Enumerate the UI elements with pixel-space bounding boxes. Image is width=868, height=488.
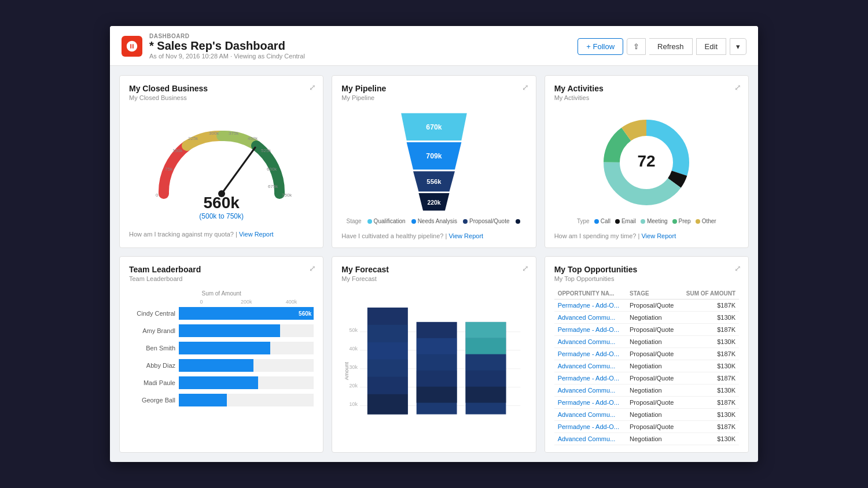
- axis-tick-400: 400k: [269, 299, 314, 305]
- svg-rect-55: [466, 371, 506, 387]
- closed-business-title: My Closed Business: [129, 84, 314, 93]
- svg-text:0: 0: [156, 193, 159, 198]
- legend-call: Call: [594, 218, 610, 224]
- table-row: Permadyne - Add-O... Proposal/Quote $187…: [554, 300, 739, 312]
- app-icon: [122, 36, 142, 57]
- opp-name-9[interactable]: Advanced Commu...: [554, 409, 626, 421]
- pipeline-subtitle: My Pipeline: [341, 94, 526, 101]
- opp-name-3[interactable]: Advanced Commu...: [554, 336, 626, 348]
- dropdown-button[interactable]: ▾: [730, 38, 746, 55]
- opp-amount-1: $130K: [680, 312, 739, 324]
- forecast-card: My Forecast My Forecast ⤢ 10k 20k 30k 40…: [332, 256, 536, 453]
- pipeline-view-report[interactable]: View Report: [448, 232, 483, 239]
- other-act-dot: [696, 219, 700, 224]
- leaderboard-bar-row: George Ball: [129, 394, 314, 406]
- bar-track-0: 560k: [179, 307, 314, 320]
- forecast-title: My Forecast: [341, 265, 526, 274]
- opportunities-card: My Top Opportunities My Top Opportunitie…: [545, 256, 749, 453]
- opp-name-1[interactable]: Advanced Commu...: [554, 312, 626, 324]
- opp-name-10[interactable]: Permadyne - Add-O...: [554, 421, 626, 433]
- opp-amount-4: $187K: [680, 348, 739, 360]
- bar-track-3: [179, 359, 314, 372]
- type-label: Type: [577, 218, 590, 224]
- svg-rect-53: [466, 338, 506, 354]
- opp-name-7[interactable]: Advanced Commu...: [554, 385, 626, 397]
- bar-fill-1: [179, 324, 280, 337]
- svg-text:150k: 150k: [172, 148, 183, 153]
- legend-prep: Prep: [672, 218, 691, 224]
- closed-business-view-report[interactable]: View Report: [239, 231, 274, 238]
- follow-button[interactable]: + Follow: [578, 38, 623, 55]
- table-row: Permadyne - Add-O... Proposal/Quote $187…: [554, 324, 739, 336]
- pipeline-card: My Pipeline My Pipeline ⤢ 670k 709k 556k: [332, 75, 536, 248]
- svg-text:375k: 375k: [229, 131, 239, 136]
- leaderboard-expand[interactable]: ⤢: [309, 264, 316, 273]
- share-button[interactable]: ⇧: [627, 38, 646, 55]
- opp-name-2[interactable]: Permadyne - Add-O...: [554, 324, 626, 336]
- bar-label-1: Amy Brandl: [129, 327, 175, 334]
- opp-amount-7: $130K: [680, 385, 739, 397]
- gauge-value: 560k: [204, 194, 240, 212]
- bar-label-5: George Ball: [129, 397, 175, 404]
- gauge-chart: 0 75k 150k 225k 300k 375k 450k 525k 600k…: [141, 113, 303, 199]
- pipeline-expand[interactable]: ⤢: [522, 83, 529, 92]
- opp-stage-5: Negotiation: [626, 360, 680, 372]
- activities-expand[interactable]: ⤢: [734, 83, 741, 92]
- bar-label-4: Madi Paule: [129, 379, 175, 386]
- svg-text:72: 72: [638, 152, 656, 170]
- activities-card: My Activities My Activities ⤢: [545, 75, 749, 248]
- other-dot: [516, 219, 520, 224]
- svg-rect-50: [417, 387, 457, 403]
- bar-track-5: [179, 394, 314, 406]
- funnel-chart: 670k 709k 556k 220k: [376, 110, 492, 215]
- call-dot: [594, 219, 599, 224]
- legend-other: [516, 219, 522, 224]
- col-stage-header: STAGE: [626, 288, 680, 300]
- leaderboard-subtitle: Team Leaderboard: [129, 275, 314, 282]
- opp-name-5[interactable]: Advanced Commu...: [554, 360, 626, 372]
- opp-name-11[interactable]: Advanced Commu...: [554, 433, 626, 445]
- svg-text:670k: 670k: [426, 123, 442, 131]
- opp-amount-8: $187K: [680, 397, 739, 409]
- forecast-chart: 10k 20k 30k 40k 50k Amount: [341, 290, 526, 417]
- gauge-container: 0 75k 150k 225k 300k 375k 450k 525k 600k…: [129, 107, 314, 226]
- svg-text:750k: 750k: [282, 193, 292, 198]
- legend-proposal: Proposal/Quote: [463, 218, 510, 224]
- table-row: Advanced Commu... Negotiation $130K: [554, 336, 739, 348]
- table-row: Advanced Commu... Negotiation $130K: [554, 433, 739, 445]
- svg-rect-47: [417, 338, 457, 354]
- opp-stage-10: Proposal/Quote: [626, 421, 680, 433]
- funnel-container: 670k 709k 556k 220k Stage Qualification: [341, 107, 526, 228]
- opp-stage-0: Proposal/Quote: [626, 300, 680, 312]
- table-row: Permadyne - Add-O... Proposal/Quote $187…: [554, 421, 739, 433]
- legend-qualification: Qualification: [367, 218, 406, 224]
- opp-name-0[interactable]: Permadyne - Add-O...: [554, 300, 626, 312]
- refresh-button[interactable]: Refresh: [649, 38, 693, 55]
- bar-chart: Sum of Amount 0 200k 400k Cindy Central …: [129, 288, 314, 413]
- svg-rect-39: [367, 308, 408, 325]
- activities-title: My Activities: [554, 84, 739, 93]
- app-container: DASHBOARD * Sales Rep's Dashboard As of …: [110, 26, 758, 462]
- svg-rect-43: [367, 377, 408, 394]
- svg-rect-56: [466, 387, 506, 403]
- bar-fill-5: [179, 394, 227, 406]
- opp-name-8[interactable]: Permadyne - Add-O...: [554, 397, 626, 409]
- svg-text:675k: 675k: [268, 184, 278, 189]
- proposal-dot: [463, 219, 468, 224]
- closed-business-card: My Closed Business My Closed Business ⤢ …: [119, 75, 323, 248]
- table-row: Advanced Commu... Negotiation $130K: [554, 409, 739, 421]
- opportunities-expand[interactable]: ⤢: [734, 264, 741, 273]
- forecast-expand[interactable]: ⤢: [522, 264, 529, 273]
- opp-stage-2: Proposal/Quote: [626, 324, 680, 336]
- activities-view-report[interactable]: View Report: [641, 232, 676, 239]
- opp-stage-7: Negotiation: [626, 385, 680, 397]
- edit-button[interactable]: Edit: [696, 38, 726, 55]
- opp-name-4[interactable]: Permadyne - Add-O...: [554, 348, 626, 360]
- closed-business-expand[interactable]: ⤢: [309, 83, 316, 92]
- svg-text:30k: 30k: [350, 364, 358, 370]
- opp-name-6[interactable]: Permadyne - Add-O...: [554, 372, 626, 385]
- opp-amount-0: $187K: [680, 300, 739, 312]
- bar-axis: 0 200k 400k: [179, 299, 314, 305]
- col-amount-header: SUM OF AMOUNT: [680, 288, 739, 300]
- opportunities-subtitle: My Top Opportunities: [554, 275, 739, 282]
